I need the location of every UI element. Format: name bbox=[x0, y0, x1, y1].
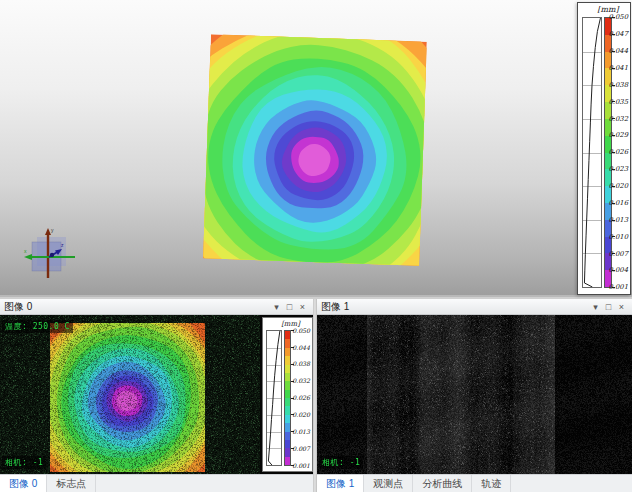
dock-float-icon[interactable]: □ bbox=[602, 300, 615, 314]
legend-color-band bbox=[285, 448, 290, 456]
dock-float-icon[interactable]: □ bbox=[283, 300, 296, 314]
tab-label: 图像 1 bbox=[326, 477, 354, 491]
legend-value-label: 0.026 bbox=[292, 394, 310, 401]
dock-titlebar-right[interactable]: 图像 1 ▾ □ × bbox=[317, 299, 632, 315]
legend-value-label: 0.001 bbox=[292, 462, 310, 469]
histogram-curve bbox=[583, 18, 601, 287]
tab-label: 轨迹 bbox=[481, 477, 501, 491]
contour-plot-surface[interactable] bbox=[203, 34, 427, 265]
temperature-readout: 温度: 250.0 C bbox=[2, 320, 73, 333]
color-scale-legend-mini: [mm] 0.0500.0440.0380.0320.0260.0200.013… bbox=[262, 317, 313, 472]
dock-titlebar-left[interactable]: 图像 0 ▾ □ × bbox=[0, 299, 313, 315]
legend-histogram bbox=[582, 17, 602, 288]
legend-value-label: 0.029 bbox=[609, 131, 628, 139]
legend-value-label: 0.023 bbox=[609, 165, 628, 173]
camera-view-0[interactable]: 温度: 250.0 C 相机: -1 [mm] 0.0500.0440.0380… bbox=[0, 315, 313, 474]
legend-value-label: 0.007 bbox=[292, 445, 310, 452]
camera-image-0 bbox=[0, 315, 260, 474]
color-scale-legend-main: [mm] 0.0500.0470.0440.0410.0380.0350.032… bbox=[577, 2, 631, 295]
legend-color-band bbox=[285, 348, 290, 356]
legend-value-label: 0.013 bbox=[292, 428, 310, 435]
legend-value-label: 0.001 bbox=[609, 283, 628, 291]
dock-menu-icon[interactable]: ▾ bbox=[589, 300, 602, 314]
legend-value-label: 0.032 bbox=[609, 115, 628, 123]
legend-color-band bbox=[285, 440, 290, 448]
dock-close-icon[interactable]: × bbox=[296, 300, 309, 314]
legend-color-band bbox=[285, 373, 290, 381]
legend-value-label: 0.010 bbox=[609, 233, 628, 241]
legend-value-label: 0.013 bbox=[609, 216, 628, 224]
gizmo-origin-dot bbox=[50, 253, 54, 257]
legend-value-label: 0.041 bbox=[609, 64, 628, 72]
legend-color-band bbox=[285, 398, 290, 406]
legend-histogram bbox=[266, 330, 282, 466]
camera-index-readout: 相机: -1 bbox=[319, 456, 363, 469]
legend-value-label: 0.004 bbox=[609, 266, 628, 274]
legend-value-label: 0.044 bbox=[609, 47, 628, 55]
tab-right-3[interactable]: 轨迹 bbox=[472, 475, 511, 492]
tab-right-0[interactable]: 图像 1 bbox=[317, 475, 364, 492]
tab-label: 分析曲线 bbox=[422, 477, 462, 491]
x-axis-arrowhead-icon bbox=[24, 254, 32, 260]
application-window: y x z [mm] 0.0500.0470.0440.0410.0380.03… bbox=[0, 0, 632, 492]
legend-color-band bbox=[285, 390, 290, 398]
dock-title-right: 图像 1 bbox=[321, 300, 589, 314]
legend-value-label: 0.035 bbox=[609, 98, 628, 106]
legend-value-label: 0.032 bbox=[292, 377, 310, 384]
x-axis-label: x bbox=[24, 248, 27, 254]
legend-value-label: 0.016 bbox=[609, 199, 628, 207]
legend-color-band bbox=[285, 423, 290, 431]
tab-left-0[interactable]: 图像 0 bbox=[0, 475, 47, 492]
legend-color-band bbox=[285, 406, 290, 414]
camera-view-1[interactable]: 相机: -1 bbox=[317, 315, 632, 474]
speckle-image-1 bbox=[317, 315, 632, 474]
tab-label: 标志点 bbox=[56, 477, 86, 491]
dock-title-left: 图像 0 bbox=[4, 300, 270, 314]
main-3d-viewport[interactable]: y x z [mm] 0.0500.0470.0440.0410.0380.03… bbox=[0, 0, 632, 297]
legend-color-band bbox=[285, 356, 290, 364]
right-tabbar: 图像 1观测点分析曲线轨迹 bbox=[317, 474, 632, 492]
legend-value-label: 0.038 bbox=[292, 360, 310, 367]
left-tabbar: 图像 0标志点 bbox=[0, 474, 313, 492]
legend-color-band bbox=[285, 432, 290, 440]
legend-value-label: 0.050 bbox=[609, 13, 628, 21]
legend-value-label: 0.044 bbox=[292, 344, 310, 351]
legend-color-band bbox=[285, 331, 290, 339]
dock-panel-image-1: 图像 1 ▾ □ × 相机: -1 图像 1观测点分析曲线轨迹 bbox=[317, 299, 632, 492]
legend-value-label: 0.020 bbox=[292, 411, 310, 418]
legend-value-label: 0.007 bbox=[609, 250, 628, 258]
tab-label: 图像 0 bbox=[9, 477, 37, 491]
tab-label: 观测点 bbox=[373, 477, 403, 491]
tab-right-2[interactable]: 分析曲线 bbox=[413, 475, 472, 492]
orientation-gizmo[interactable]: y x z bbox=[22, 226, 84, 282]
legend-color-band bbox=[285, 415, 290, 423]
legend-value-label: 0.020 bbox=[609, 182, 628, 190]
axis-triad-icon: y x z bbox=[22, 226, 84, 282]
legend-colorbar bbox=[284, 330, 291, 466]
bottom-dock-area: 图像 0 ▾ □ × 温度: 250.0 C 相机: -1 [mm] 0.050… bbox=[0, 299, 632, 492]
legend-color-band bbox=[285, 365, 290, 373]
tab-left-1[interactable]: 标志点 bbox=[47, 475, 96, 492]
legend-value-label: 0.047 bbox=[609, 30, 628, 38]
legend-value-label: 0.050 bbox=[292, 327, 310, 334]
tab-right-1[interactable]: 观测点 bbox=[364, 475, 413, 492]
legend-color-band bbox=[285, 381, 290, 389]
y-axis-label: y bbox=[51, 227, 54, 233]
camera-index-readout: 相机: -1 bbox=[2, 456, 46, 469]
legend-value-label: 0.038 bbox=[609, 81, 628, 89]
dock-panel-image-0: 图像 0 ▾ □ × 温度: 250.0 C 相机: -1 [mm] 0.050… bbox=[0, 299, 313, 492]
histogram-curve bbox=[267, 331, 281, 465]
legend-color-band bbox=[285, 457, 290, 465]
legend-value-label: 0.026 bbox=[609, 148, 628, 156]
dock-close-icon[interactable]: × bbox=[615, 300, 628, 314]
dock-menu-icon[interactable]: ▾ bbox=[270, 300, 283, 314]
legend-color-band bbox=[285, 339, 290, 347]
